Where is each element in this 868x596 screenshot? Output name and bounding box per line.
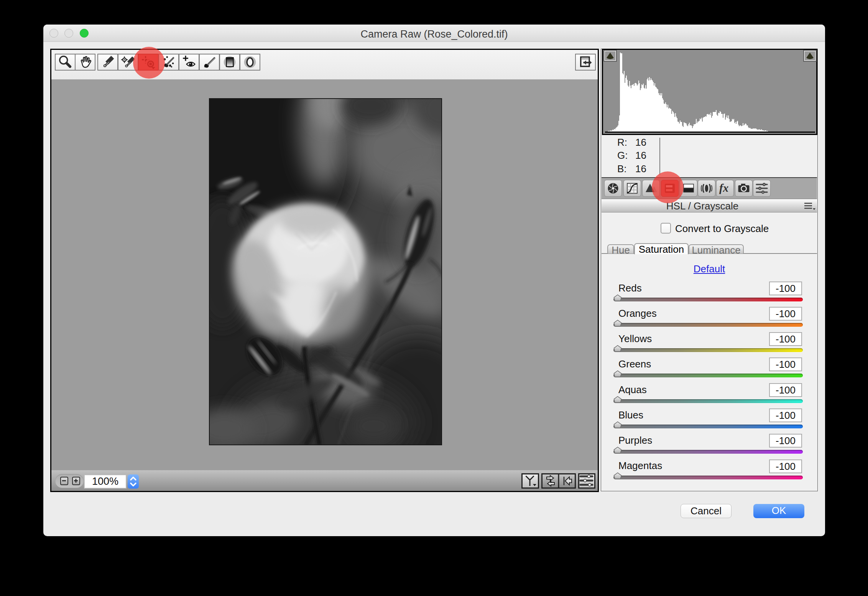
svg-text:fx: fx — [719, 182, 728, 194]
